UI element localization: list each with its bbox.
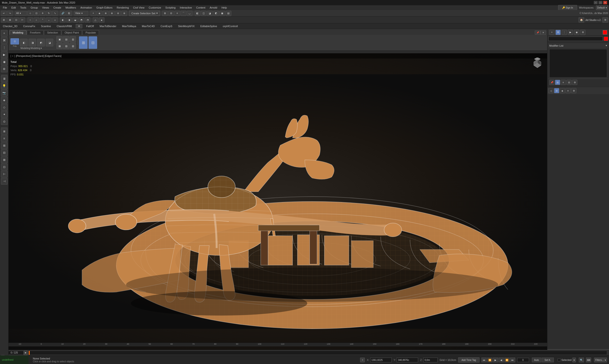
create-selection-set-button[interactable]: Create Selection Set ▾ [129,11,160,16]
tool2-button[interactable]: ◈ [97,11,102,16]
sidebar-motion-btn[interactable]: ▶ [1,52,8,58]
sidebar-extra8-btn[interactable]: ⊣ [1,178,8,185]
modifier-list-btn[interactable]: ≡ [561,80,566,85]
tab-freeform[interactable]: Freeform [27,30,44,35]
sidebar-display-btn[interactable]: ◉ [1,59,8,65]
rotate-button[interactable]: ↻ [46,11,52,16]
menu-graph-editors[interactable]: Graph Editors [94,6,115,10]
menu-views[interactable]: Views [40,6,51,10]
ribbon-btn-2[interactable]: ◨ [28,39,36,46]
ribbon-btn-7[interactable]: ▥ [70,36,76,42]
render2-button[interactable]: ◪ [207,11,213,16]
plugin-classtovrmt[interactable]: ClasstoVRMt [55,24,74,28]
sidebar-shape-btn[interactable]: ◇ [1,104,8,111]
key-mode-btn[interactable]: ⌨ [586,358,591,362]
select-button[interactable]: ⊹ [27,11,33,16]
view-dropdown[interactable]: View ▾ [74,11,88,16]
z-coord-input[interactable] [423,358,438,362]
sidebar-helper-btn[interactable]: ✦ [1,111,8,118]
plugin-falloff[interactable]: FallOff [84,24,96,28]
snap3-button[interactable]: ⊡ [13,17,19,23]
plugin-orphfcontroll[interactable]: orphfControll [221,24,240,28]
tool1-button[interactable]: + [91,11,96,16]
viewport-nav-cube[interactable] [531,57,543,69]
sidebar-utilities-btn[interactable]: ⚙ [1,66,8,72]
curve-button[interactable]: ⌒ [181,11,186,16]
ribbon-poly-model-btn[interactable]: ⊡ [11,38,19,44]
sidebar-extra2-btn[interactable]: ≡ [1,135,8,142]
go-end-btn[interactable]: ⏭ [510,358,515,362]
sec-tool6-button[interactable]: △ [93,17,98,23]
sidebar-extra1-btn[interactable]: ≣ [1,128,8,135]
layer-button[interactable]: ≡ [174,11,180,16]
sidebar-extra4-btn[interactable]: ⊟ [1,149,8,156]
studio-button[interactable]: 🏠 [579,17,584,23]
sidebar-extra3-btn[interactable]: ⊞ [1,142,8,149]
menu-file[interactable]: File [1,6,9,10]
menu-rendering[interactable]: Rendering [115,6,131,10]
scale-button[interactable]: ⤡ [52,11,58,16]
undo-button[interactable]: ↩ [1,11,7,16]
panel-create-icon[interactable]: + [549,30,555,35]
plugin-editablespline[interactable]: EditableSpline [199,24,219,28]
tab-modeling[interactable]: Modeling [10,30,26,35]
hierarchy-button[interactable]: ⌁ [27,17,33,23]
filter-dropdown[interactable]: All ▾ [15,11,27,16]
menu-content[interactable]: Content [194,6,207,10]
mod-tab-4[interactable]: ≡ [566,88,571,93]
timeline-scrubber[interactable] [28,351,607,355]
sidebar-camera-btn[interactable]: 📷 [1,90,8,96]
set-key-btn[interactable]: Set K. [542,358,554,362]
ribbon-btn-4[interactable]: ◪ [46,39,53,46]
move-button[interactable]: ✛ [40,11,45,16]
snap-button[interactable]: ⊞ [1,17,7,23]
ribbon-active-big-btn-2[interactable]: ⊟ [89,36,97,49]
sidebar-space-btn[interactable]: ⊙ [1,118,8,125]
next-frame-btn[interactable]: ⏩ [504,358,510,362]
menu-customize[interactable]: Customize [147,6,163,10]
menu-modifiers[interactable]: Modifiers [64,6,78,10]
mod-tab-5[interactable]: ⚙ [571,88,576,93]
mod-tab-1[interactable]: ◁ [548,88,554,93]
redo-button[interactable]: ↪ [7,11,13,16]
sidebar-modify-btn[interactable]: ⌘ [1,37,8,44]
sidebar-light-btn[interactable]: 💡 [1,83,8,89]
x-coord-input[interactable] [370,358,392,362]
ribbon-btn-3[interactable]: ◩ [37,39,45,46]
mod-tab-2[interactable]: ⊞ [554,88,559,93]
panel-display-icon[interactable]: ◉ [574,30,579,35]
sidebar-render-btn[interactable]: 🖥 [1,75,8,82]
align-button[interactable]: ⊟ [168,11,174,16]
sidebar-create-btn[interactable]: + [1,30,8,37]
tab-populate[interactable]: Populate [82,30,99,35]
light-button[interactable]: ⌃ [40,17,45,23]
panel-motion-icon[interactable]: ▶ [568,30,573,35]
menu-edit[interactable]: Edit [10,6,18,10]
sign-in-button[interactable]: 🔑 Sign In [558,5,577,10]
panel-utilities-icon[interactable]: ⚙ [580,30,585,35]
selected-dropdown[interactable]: ▾ [572,358,576,362]
studio-settings-button[interactable]: ⚙ [602,17,608,23]
filters-btn[interactable]: Filters... ▾ [594,358,607,362]
plugin-maxtoblender[interactable]: MaxToBlender [98,24,118,28]
current-frame-input[interactable] [517,358,529,362]
panel-search-input[interactable] [548,37,603,41]
camera-button[interactable]: ⌄ [46,17,52,23]
add-time-tag-btn[interactable]: Add Time Tag [458,357,479,363]
plugin-checker3d[interactable]: Checker_3D [1,24,19,28]
viewport[interactable]: [ + ] [Perspective] [Standard] [Edged Fa… [9,53,547,350]
mirror-button[interactable]: ⊞ [162,11,168,16]
snap2-button[interactable]: ⊠ [7,17,13,23]
sec-tool7-button[interactable]: ▲ [99,17,105,23]
play-btn[interactable]: ▶ [493,358,498,362]
menu-scripting[interactable]: Scripting [163,6,178,10]
material-button[interactable]: ◧ [195,11,200,16]
modifier-settings-btn[interactable]: ⚙ [572,80,577,85]
modifier-list-header[interactable]: Modifier List ▾ [548,43,608,48]
sec-tool1-button[interactable]: ◐ [60,17,66,23]
y-coord-input[interactable] [397,358,418,362]
display-button[interactable]: ⌂ [34,17,39,23]
render3-button[interactable]: ◩ [213,11,219,16]
unlink-button[interactable]: ⛓ [66,11,72,16]
workspace-dropdown[interactable]: Default ▾ [596,5,608,10]
